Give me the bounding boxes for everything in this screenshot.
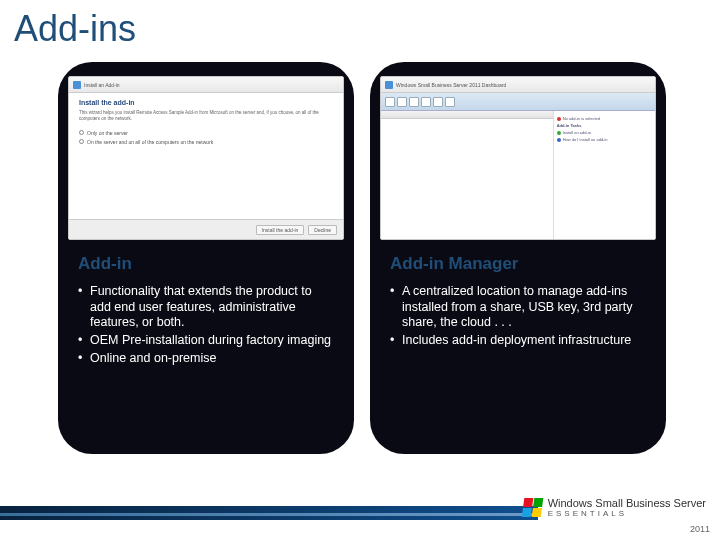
radio-option-server-only: Only on the server bbox=[79, 130, 333, 136]
list-item: A centralized location to manage add-ins… bbox=[390, 284, 646, 331]
dashboard-body: No add-in is selected Add-in Tasks Insta… bbox=[381, 111, 655, 239]
task-line: Install an add-in bbox=[557, 130, 652, 135]
card-addin-manager: Windows Small Business Server 2011 Dashb… bbox=[370, 62, 666, 454]
status-icon bbox=[557, 138, 561, 142]
windows-flag-icon bbox=[521, 498, 543, 517]
toolbar-icon bbox=[433, 97, 443, 107]
card-body: A centralized location to manage add-ins… bbox=[390, 284, 646, 436]
window-icon bbox=[73, 81, 81, 89]
list-header bbox=[381, 111, 553, 119]
footer-bar bbox=[0, 506, 538, 520]
task-line: How do I install an add-in bbox=[557, 137, 652, 142]
window-titlebar: Install an Add-in bbox=[69, 77, 343, 93]
dashboard-toolbar bbox=[381, 93, 655, 111]
decline-button: Decline bbox=[308, 225, 337, 235]
task-line: No add-in is selected bbox=[557, 116, 652, 121]
card-container: Install an Add-in Install the add-in Thi… bbox=[58, 62, 666, 454]
card-heading: Add-in bbox=[78, 254, 334, 274]
task-pane: No add-in is selected Add-in Tasks Insta… bbox=[554, 111, 655, 239]
list-item: Includes add-in deployment infrastructur… bbox=[390, 333, 646, 349]
radio-option-all-computers: On the server and on all of the computer… bbox=[79, 139, 333, 145]
product-logo: Windows Small Business Server ESSENTIALS bbox=[523, 498, 706, 518]
card-heading: Add-in Manager bbox=[390, 254, 646, 274]
slide-title: Add-ins bbox=[14, 8, 136, 50]
toolbar-icon bbox=[421, 97, 431, 107]
installer-heading: Install the add-in bbox=[79, 99, 333, 106]
toolbar-icon bbox=[397, 97, 407, 107]
toolbar-icon bbox=[445, 97, 455, 107]
card-addin: Install an Add-in Install the add-in Thi… bbox=[58, 62, 354, 454]
status-icon bbox=[557, 131, 561, 135]
list-item: Functionality that extends the product t… bbox=[78, 284, 334, 331]
footer-year: 2011 bbox=[690, 524, 710, 534]
window-icon bbox=[385, 81, 393, 89]
window-caption: Install an Add-in bbox=[84, 82, 120, 88]
logo-line1: Windows Small Business Server bbox=[548, 498, 706, 510]
task-line: Add-in Tasks bbox=[557, 123, 652, 128]
radio-icon bbox=[79, 139, 84, 144]
install-button: Install the add-in bbox=[256, 225, 305, 235]
installer-description: This wizard helps you install Remote Acc… bbox=[79, 110, 333, 122]
list-item: OEM Pre-installation during factory imag… bbox=[78, 333, 334, 349]
list-pane bbox=[381, 111, 554, 239]
window-caption: Windows Small Business Server 2011 Dashb… bbox=[396, 82, 506, 88]
installer-body: Install the add-in This wizard helps you… bbox=[69, 93, 343, 219]
thumbnail-installer: Install an Add-in Install the add-in Thi… bbox=[68, 76, 344, 240]
radio-label: On the server and on all of the computer… bbox=[87, 139, 213, 145]
window-titlebar: Windows Small Business Server 2011 Dashb… bbox=[381, 77, 655, 93]
list-item: Online and on-premise bbox=[78, 351, 334, 367]
status-icon bbox=[557, 117, 561, 121]
footer: Windows Small Business Server ESSENTIALS… bbox=[0, 496, 720, 540]
button-bar: Install the add-in Decline bbox=[69, 219, 343, 239]
radio-label: Only on the server bbox=[87, 130, 128, 136]
logo-line2: ESSENTIALS bbox=[548, 510, 706, 518]
toolbar-icon bbox=[409, 97, 419, 107]
radio-icon bbox=[79, 130, 84, 135]
card-body: Functionality that extends the product t… bbox=[78, 284, 334, 436]
toolbar-icon bbox=[385, 97, 395, 107]
thumbnail-dashboard: Windows Small Business Server 2011 Dashb… bbox=[380, 76, 656, 240]
